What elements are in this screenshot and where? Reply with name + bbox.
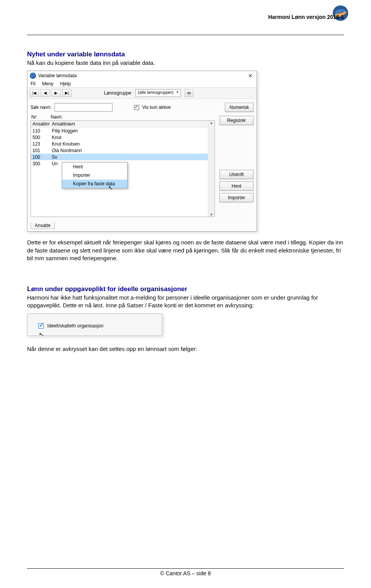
ctx-kopier-faste-data[interactable]: Kopier fra faste data <box>62 180 127 188</box>
scrollbar[interactable]: ▲ ▼ <box>208 121 214 217</box>
app-icon <box>30 73 36 79</box>
lonnsgruppe-select[interactable]: (alle lønnsgrupper) <box>135 89 181 97</box>
cursor-icon: ↖ <box>108 185 113 191</box>
employee-list[interactable]: Ansattnr Ansattnavn 110Filip Hoggen 500K… <box>31 120 215 217</box>
list-item: 110Filip Hoggen <box>31 127 214 134</box>
close-icon[interactable]: ✕ <box>247 73 254 79</box>
vis-kun-aktive-checkbox[interactable] <box>134 105 139 110</box>
section1-heading: Nyhet under variable lønnsdata <box>27 51 344 58</box>
list-header-ansattnavn: Ansattnavn <box>52 121 75 127</box>
numerisk-button[interactable]: Numerisk <box>225 103 254 112</box>
screenshot-variable-lonnsdata: Variable lønnsdata ✕ Fil Meny Hjelp |◀ ◀… <box>27 71 257 232</box>
search-input[interactable] <box>54 103 112 112</box>
list-item: 123Knut Knutsen <box>31 141 214 147</box>
ideell-checkbox-label: Ideell/skattefri organisasjon <box>47 323 103 329</box>
ctx-hent[interactable]: Hent <box>62 163 127 171</box>
ideell-checkbox[interactable] <box>38 323 44 329</box>
col-navn-label: Navn: <box>51 114 63 120</box>
registrer-button[interactable]: Registrér <box>220 116 254 125</box>
menu-meny[interactable]: Meny <box>42 81 53 86</box>
importer-button[interactable]: Importer <box>220 193 254 202</box>
list-header-ansattnr: Ansattnr <box>32 121 52 127</box>
lonnsgruppe-label: Lønnsgruppe <box>104 90 131 96</box>
context-menu: Hent Importer Kopier fra faste data <box>62 162 128 188</box>
screenshot-ideell-checkbox: Ideell/skattefri organisasjon ↖ <box>27 313 162 336</box>
svg-rect-2 <box>188 91 190 92</box>
vis-kun-aktive-label: Vis kun aktive <box>142 105 171 110</box>
page-header-title: Harmoni Lønn versjon 2016-1 <box>268 14 344 20</box>
col-nr-label: Nr: <box>31 114 51 120</box>
paragraph-1: Dette er for eksempel aktuelt når feriep… <box>27 239 344 262</box>
svg-rect-3 <box>188 94 190 95</box>
paragraph-3: Når denne er avkrysset kan det settes op… <box>27 345 344 353</box>
scroll-up-icon[interactable]: ▲ <box>210 121 213 125</box>
section2-heading: Lønn under oppgaveplikt for ideelle orga… <box>27 285 344 293</box>
section2-paragraph: Harmoni har ikke hatt funksjonalitet mot… <box>27 294 344 310</box>
search-label: Søk navn: <box>31 105 51 110</box>
list-item: 101Ola Nordmann <box>31 147 214 154</box>
window-title: Variable lønnsdata <box>38 73 77 78</box>
page-footer: © Cantor AS – side 8 <box>27 568 344 576</box>
nav-last-button[interactable]: ▶| <box>62 89 71 97</box>
scroll-down-icon[interactable]: ▼ <box>210 213 213 217</box>
cursor-icon: ↖ <box>38 330 45 338</box>
ctx-importer[interactable]: Importer <box>62 171 127 180</box>
nav-next-button[interactable]: ▶ <box>51 89 61 97</box>
hent-button[interactable]: Hent <box>220 181 254 191</box>
tab-ansatte[interactable]: Ansatte <box>31 222 55 229</box>
nav-first-button[interactable]: |◀ <box>30 89 39 97</box>
list-item: 500Knut <box>31 134 214 141</box>
section1-intro: Nå kan du kopiere faste data inn på vari… <box>27 59 344 67</box>
utskrift-button[interactable]: Utskrift <box>220 170 254 179</box>
menu-fil[interactable]: Fil <box>31 81 36 86</box>
menu-bar: Fil Meny Hjelp <box>27 80 257 87</box>
list-item-selected: 100Sv <box>31 154 214 160</box>
print-button[interactable] <box>185 89 193 97</box>
menu-hjelp[interactable]: Hjelp <box>60 81 71 86</box>
nav-prev-button[interactable]: ◀ <box>41 89 50 97</box>
header-divider <box>27 35 344 35</box>
